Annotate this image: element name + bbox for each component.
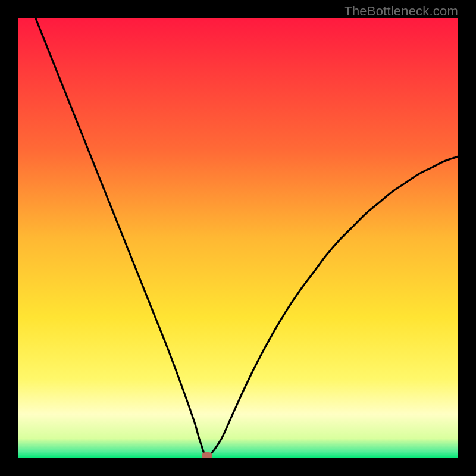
chart-frame: TheBottleneck.com [0, 0, 476, 476]
minimum-marker [202, 452, 212, 458]
watermark-text: TheBottleneck.com [344, 4, 458, 19]
bottleneck-curve [18, 18, 458, 458]
plot-area [18, 18, 458, 458]
